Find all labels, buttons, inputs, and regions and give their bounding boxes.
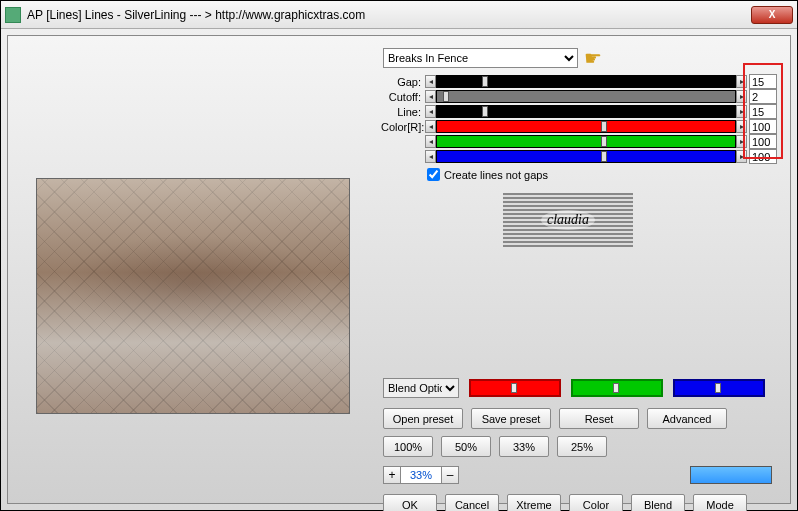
cutoff-dec[interactable]: ◂ [425,90,436,103]
action-buttons-row: OK Cancel Xtreme Color Blend Mode [383,494,747,511]
color-b-value[interactable]: 100 [749,149,777,164]
pct-100-button[interactable]: 100% [383,436,433,457]
create-lines-row: Create lines not gaps [427,168,782,181]
open-preset-button[interactable]: Open preset [383,408,463,429]
color-swatch[interactable] [690,466,772,484]
logo-area: claudia [503,193,633,247]
gap-row: Gap: ◂ ▸ 15 [381,74,782,89]
line-slider[interactable] [436,105,736,118]
color-b-dec[interactable]: ◂ [425,150,436,163]
cancel-button[interactable]: Cancel [445,494,499,511]
color-g-inc[interactable]: ▸ [736,135,747,148]
color-g-value[interactable]: 100 [749,134,777,149]
color-r-row: Color[R]: ◂ ▸ 100 [381,119,782,134]
color-b-slider[interactable] [436,150,736,163]
color-g-dec[interactable]: ◂ [425,135,436,148]
blend-button[interactable]: Blend [631,494,685,511]
color-g-slider[interactable] [436,135,736,148]
color-r-slider[interactable] [436,120,736,133]
create-lines-checkbox[interactable] [427,168,440,181]
line-value[interactable]: 15 [749,104,777,119]
color-button[interactable]: Color [569,494,623,511]
sliders: Gap: ◂ ▸ 15 Cutoff: ◂ ▸ 2 Line: [381,74,782,164]
inner-panel: Breaks In Fence Gap: ◂ ▸ 15 Cutoff: ◂ [7,35,791,504]
zoom-row: + 33% – [383,466,459,484]
color-r-inc[interactable]: ▸ [736,120,747,133]
advanced-button[interactable]: Advanced [647,408,727,429]
logo-text: claudia [541,210,595,230]
cutoff-value[interactable]: 2 [749,89,777,104]
create-lines-label: Create lines not gaps [444,169,548,181]
reset-button[interactable]: Reset [559,408,639,429]
pct-33-button[interactable]: 33% [499,436,549,457]
preset-dropdown[interactable]: Breaks In Fence [383,48,578,68]
line-inc[interactable]: ▸ [736,105,747,118]
app-icon [5,7,21,23]
close-icon: X [769,9,776,20]
zoom-value[interactable]: 33% [401,466,441,484]
save-preset-button[interactable]: Save preset [471,408,551,429]
controls-panel: Breaks In Fence Gap: ◂ ▸ 15 Cutoff: ◂ [383,48,782,247]
gap-value[interactable]: 15 [749,74,777,89]
gap-inc[interactable]: ▸ [736,75,747,88]
ok-button[interactable]: OK [383,494,437,511]
preset-row: Breaks In Fence [383,48,782,68]
blend-red-slider[interactable] [469,379,561,397]
preset-buttons-row: Open preset Save preset Reset Advanced [383,408,727,429]
gap-slider[interactable] [436,75,736,88]
close-button[interactable]: X [751,6,793,24]
line-label: Line: [381,106,425,118]
app-window: AP [Lines] Lines - SilverLining --- > ht… [0,0,798,511]
cutoff-inc[interactable]: ▸ [736,90,747,103]
blend-row: Blend Options [383,378,765,398]
color-g-row: ◂ ▸ 100 [381,134,782,149]
pct-50-button[interactable]: 50% [441,436,491,457]
cutoff-row: Cutoff: ◂ ▸ 2 [381,89,782,104]
zoom-out-button[interactable]: – [441,466,459,484]
color-r-label: Color[R]: [381,121,425,133]
window-title: AP [Lines] Lines - SilverLining --- > ht… [27,8,751,22]
mode-button[interactable]: Mode [693,494,747,511]
percent-buttons-row: 100% 50% 33% 25% [383,436,607,457]
line-dec[interactable]: ◂ [425,105,436,118]
zoom-in-button[interactable]: + [383,466,401,484]
color-b-inc[interactable]: ▸ [736,150,747,163]
color-r-dec[interactable]: ◂ [425,120,436,133]
gap-dec[interactable]: ◂ [425,75,436,88]
blend-options-dropdown[interactable]: Blend Options [383,378,459,398]
gap-label: Gap: [381,76,425,88]
color-b-row: ◂ ▸ 100 [381,149,782,164]
preview-image [37,179,349,413]
line-row: Line: ◂ ▸ 15 [381,104,782,119]
color-r-value[interactable]: 100 [749,119,777,134]
cutoff-slider[interactable] [436,90,736,103]
titlebar: AP [Lines] Lines - SilverLining --- > ht… [1,1,797,29]
blend-blue-slider[interactable] [673,379,765,397]
cutoff-label: Cutoff: [381,91,425,103]
preview-area [36,178,350,414]
pct-25-button[interactable]: 25% [557,436,607,457]
xtreme-button[interactable]: Xtreme [507,494,561,511]
blend-green-slider[interactable] [571,379,663,397]
content-area: Breaks In Fence Gap: ◂ ▸ 15 Cutoff: ◂ [1,29,797,510]
pointing-hand-icon [584,49,612,67]
